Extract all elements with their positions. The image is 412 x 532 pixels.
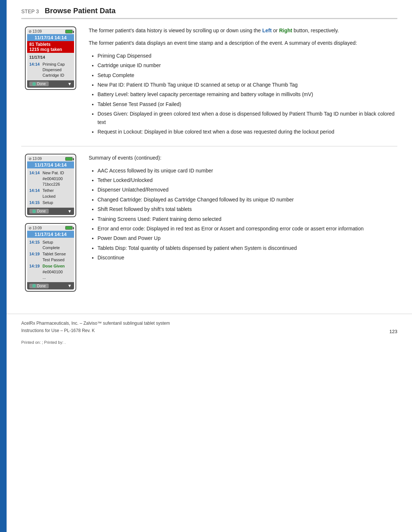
done-button-1[interactable]: Done bbox=[29, 81, 49, 86]
device-event-row-2b1: 14:15 SetupComplete bbox=[29, 239, 72, 251]
left-button-label: Left bbox=[262, 28, 272, 33]
section-2-summary: Summary of events (continued): bbox=[89, 154, 397, 162]
event-time-2a3: 14:15 bbox=[29, 200, 40, 205]
event-text-2a2: TetherLocked bbox=[43, 188, 55, 199]
device-2a: ⊘ 13:09 11/17/14 14:14 14:14 New Pat. ID… bbox=[25, 154, 76, 217]
battery-icon-1 bbox=[65, 30, 73, 33]
done-circle-icon-2a bbox=[32, 209, 36, 213]
device-date-2b: 11/17/14 14:14 bbox=[27, 231, 74, 238]
device-footer-2a: Done ▼ bbox=[27, 208, 74, 215]
footer-line1: AcelRx Pharmaceuticals, Inc. – Zalviso™ … bbox=[21, 320, 170, 327]
tablets-line2: 1215 mcg taken bbox=[29, 47, 72, 52]
event-time-2b1: 14:15 bbox=[29, 240, 40, 251]
section-1-text: The former patient's data history is vie… bbox=[89, 26, 397, 139]
arrow-down-icon-1: ▼ bbox=[67, 81, 72, 87]
list-item: Error and error code: Displayed in red t… bbox=[98, 225, 397, 233]
list-item: Request in Lockout: Displayed in blue co… bbox=[98, 128, 397, 136]
step-label: STEP 3 bbox=[21, 8, 39, 14]
device-top-bar-2a: ⊘ 13:09 bbox=[27, 156, 74, 161]
arrow-down-icon-2b: ▼ bbox=[67, 283, 72, 288]
list-item: Setup Complete bbox=[98, 71, 397, 79]
device-top-bar-2b: ⊘ 13:09 bbox=[27, 225, 74, 231]
list-item: Changed Cartridge: Displayed as Cartridg… bbox=[98, 196, 397, 204]
event-time-2b3: 14:19 bbox=[29, 263, 40, 280]
event-text-1: Priming CapDispensedCartridge ID bbox=[43, 62, 65, 79]
device-container-1: ⊘ 13:09 11/17/14 14:14 81 Tablets 1215 m… bbox=[21, 26, 80, 139]
event-time-1: 14:14 bbox=[29, 62, 40, 79]
device-container-2: ⊘ 13:09 11/17/14 14:14 14:14 New Pat. ID… bbox=[21, 154, 80, 292]
printed-by: Printed on: ; Printed by: . bbox=[7, 340, 412, 348]
device-tablets-1: 81 Tablets 1215 mcg taken bbox=[27, 41, 74, 53]
list-item: Tablets Disp: Total quantity of tablets … bbox=[98, 244, 397, 252]
tablets-line1: 81 Tablets bbox=[29, 42, 72, 47]
device-time-2a: ⊘ 13:09 bbox=[29, 157, 42, 161]
device-top-bar-1: ⊘ 13:09 bbox=[27, 29, 74, 34]
list-item: New Pat ID: Patient ID Thumb Tag unique … bbox=[98, 81, 397, 89]
step-header: STEP 3 Browse Patient Data bbox=[21, 7, 397, 19]
event-text-2a3: Setup bbox=[43, 200, 53, 205]
event-text-2b2: Tablet SenseTest Passed bbox=[43, 251, 66, 263]
device-event-row-2a3: 14:15 Setup bbox=[29, 200, 72, 206]
section-2-text: Summary of events (continued): AAC Acces… bbox=[89, 154, 397, 292]
device-time-1: ⊘ 13:09 bbox=[29, 29, 42, 33]
done-label-1: Done bbox=[37, 82, 46, 86]
event-time-2a2: 14:14 bbox=[29, 188, 40, 199]
device-2b: ⊘ 13:09 11/17/14 14:14 14:15 SetupComple… bbox=[25, 223, 76, 292]
dose-given-label: Dose Given bbox=[43, 264, 65, 268]
device-event-row-2b3: 14:19 Dose Given #e0040100... bbox=[29, 263, 72, 281]
list-item: Battery Level: battery level capacity pe… bbox=[98, 90, 397, 98]
done-button-2a[interactable]: Done bbox=[29, 209, 49, 214]
page-footer: AcelRx Pharmaceuticals, Inc. – Zalviso™ … bbox=[7, 314, 412, 340]
list-item: Training Screens Used: Patient training … bbox=[98, 215, 397, 223]
device-body-1: 11/17/14 14:14 Priming CapDispensedCartr… bbox=[27, 53, 74, 80]
section-2: ⊘ 13:09 11/17/14 14:14 14:14 New Pat. ID… bbox=[21, 146, 397, 299]
battery-icon-2b bbox=[65, 226, 73, 230]
event-time-2a1: 14:14 bbox=[29, 170, 40, 187]
section-1-para2: The former patient's data displays an ev… bbox=[89, 39, 397, 47]
arrow-down-icon-2a: ▼ bbox=[67, 209, 72, 214]
list-item: Priming Cap Dispensed bbox=[98, 52, 397, 60]
step-title: Browse Patient Data bbox=[45, 7, 115, 15]
footer-page-number: 123 bbox=[389, 329, 397, 334]
device-footer-2b: Done ▼ bbox=[27, 282, 74, 289]
list-item: Tablet Sense Test Passed (or Failed) bbox=[98, 100, 397, 108]
device-event-row-2a1: 14:14 New Pat. ID#e004010071bcc226 bbox=[29, 170, 72, 187]
done-circle-icon-2b bbox=[32, 284, 36, 288]
device-event-row-2b2: 14:19 Tablet SenseTest Passed bbox=[29, 251, 72, 263]
list-item: Dispenser Unlatched/Removed bbox=[98, 186, 397, 194]
list-item: Tether Locked/Unlocked bbox=[98, 176, 397, 184]
event-time-2b2: 14:19 bbox=[29, 251, 40, 263]
list-item: Discontinue bbox=[98, 254, 397, 262]
device-date-1: 11/17/14 14:14 bbox=[27, 34, 74, 41]
event-text-2a1: New Pat. ID#e004010071bcc226 bbox=[43, 170, 64, 187]
done-button-2b[interactable]: Done bbox=[29, 284, 49, 288]
device-body-2b: 14:15 SetupComplete 14:19 Tablet SenseTe… bbox=[27, 238, 74, 283]
device-date-2a: 11/17/14 14:14 bbox=[27, 161, 74, 168]
device-footer-1: Done ▼ bbox=[27, 80, 74, 88]
list-item: Shift Reset followed by shift's total ta… bbox=[98, 205, 397, 213]
device-time-2b: ⊘ 13:09 bbox=[29, 226, 42, 230]
right-button-label: Right bbox=[279, 28, 292, 33]
footer-line2: Instructions for Use – PL-1678 Rev. K bbox=[21, 327, 170, 334]
event-text-2b3: Dose Given #e0040100... bbox=[43, 263, 65, 280]
list-item: Doses Given: Displayed in green colored … bbox=[98, 110, 397, 126]
done-label-2a: Done bbox=[37, 209, 46, 213]
section-1-para1: The former patient's data history is vie… bbox=[89, 26, 397, 34]
device-body-2a: 14:14 New Pat. ID#e004010071bcc226 14:14… bbox=[27, 168, 74, 207]
list-item: Cartridge unique ID number bbox=[98, 61, 397, 69]
device-event-date-1: 11/17/14 bbox=[29, 54, 72, 61]
section-1: ⊘ 13:09 11/17/14 14:14 81 Tablets 1215 m… bbox=[21, 19, 397, 146]
section-1-bullets: Priming Cap Dispensed Cartridge unique I… bbox=[98, 52, 397, 136]
device-event-row-2a2: 14:14 TetherLocked bbox=[29, 187, 72, 200]
device-event-row-1: 14:14 Priming CapDispensedCartridge ID bbox=[29, 61, 72, 79]
done-label-2b: Done bbox=[37, 284, 46, 288]
section-2-bullets: AAC Access followed by its unique card I… bbox=[98, 167, 397, 262]
list-item: AAC Access followed by its unique card I… bbox=[98, 167, 397, 175]
device-1: ⊘ 13:09 11/17/14 14:14 81 Tablets 1215 m… bbox=[25, 26, 76, 90]
battery-icon-2a bbox=[65, 157, 73, 161]
list-item: Power Down and Power Up bbox=[98, 234, 397, 242]
done-circle-icon-1 bbox=[32, 82, 36, 86]
footer-text: AcelRx Pharmaceuticals, Inc. – Zalviso™ … bbox=[21, 320, 170, 334]
event-text-2b1: SetupComplete bbox=[43, 240, 60, 251]
left-blue-bar bbox=[0, 0, 7, 532]
